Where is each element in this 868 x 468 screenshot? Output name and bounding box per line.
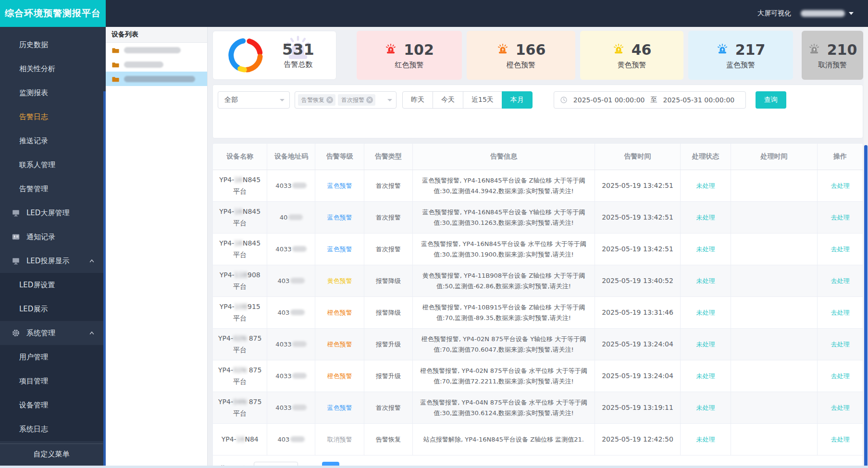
- handle-action-link[interactable]: 去处理: [831, 372, 849, 380]
- cell-handle-time: [731, 202, 818, 234]
- cell-action: 去处理: [817, 265, 863, 297]
- handle-action-link[interactable]: 去处理: [831, 277, 849, 284]
- sidebar-item-告警管理[interactable]: 告警管理: [0, 177, 106, 201]
- stat-value: 210: [827, 41, 857, 58]
- handle-action-link[interactable]: 去处理: [831, 404, 849, 411]
- sidebar-item-LED屏设置[interactable]: LED屏设置: [0, 273, 106, 297]
- sidebar-item-项目管理[interactable]: 项目管理: [0, 369, 106, 393]
- status-badge: 未处理: [696, 246, 715, 253]
- device-tree-node[interactable]: [106, 57, 207, 72]
- cell-alarm-message: 蓝色预警报警, YP4-16N845平台设备 水平位移 大于等于阈值:30,监测…: [413, 234, 595, 265]
- app-window: 综合环境预警测报平台 大屏可视化 历史数据相关性分析监测报表告警日志推送记录联系…: [0, 0, 868, 468]
- handle-action-link[interactable]: 去处理: [831, 246, 849, 253]
- stat-card-蓝色预警: 217 蓝色预警: [688, 31, 793, 80]
- alarm-table: 设备名称设备地址码告警等级告警类型告警信息告警时间处理状态处理时间操作 YP4-…: [213, 144, 863, 456]
- cell-alarm-message: 橙色预警报警, YP4-10B915平台设备 Z轴位移 大于等于阈值:70,监测…: [413, 297, 595, 329]
- table-row: YP4-16N84403取消预警告警恢复站点报警解除, YP4-16N845平台…: [213, 424, 863, 456]
- sidebar-item-推送记录[interactable]: 推送记录: [0, 129, 106, 153]
- siren-icon: [808, 43, 820, 56]
- cell-alarm-type: 首次报警: [364, 202, 412, 234]
- cell-device-name: YP4-16N845平台: [213, 234, 267, 265]
- tag-close-icon[interactable]: ×: [326, 97, 333, 103]
- cell-device-address: 403: [267, 265, 315, 297]
- alarm-level-link[interactable]: 蓝色预警: [327, 246, 352, 253]
- quick-range-今天[interactable]: 今天: [433, 91, 463, 109]
- cell-alarm-type: 报警升级: [364, 360, 412, 392]
- alarm-type-select[interactable]: 全部: [218, 91, 290, 109]
- quick-range-本月[interactable]: 本月: [502, 91, 533, 109]
- alarm-category-multiselect[interactable]: 告警恢复×首次报警×: [295, 91, 397, 109]
- big-screen-link[interactable]: 大屏可视化: [757, 9, 791, 18]
- alarm-level-link[interactable]: 橙色预警: [327, 341, 352, 348]
- sidebar-item-LED展示[interactable]: LED展示: [0, 297, 106, 321]
- alarm-level-link[interactable]: 橙色预警: [327, 309, 352, 316]
- sidebar-item-label: 告警管理: [19, 185, 48, 194]
- alarm-type-select-value: 全部: [224, 96, 238, 104]
- page-scrollbar-thumb[interactable]: [864, 145, 868, 468]
- query-button[interactable]: 查询: [756, 91, 786, 109]
- alarm-level-link[interactable]: 蓝色预警: [327, 182, 352, 189]
- device-tree-node[interactable]: [106, 43, 207, 57]
- sidebar-item-通知记录[interactable]: 通知记录: [0, 225, 106, 249]
- sidebar-item-告警日志[interactable]: 告警日志: [0, 105, 106, 129]
- cell-alarm-time: 2025-05-19 13:40:52: [595, 265, 680, 297]
- alarm-level-link[interactable]: 蓝色预警: [327, 404, 352, 411]
- sidebar-item-用户管理[interactable]: 用户管理: [0, 345, 106, 369]
- cell-alarm-type: 报警升级: [364, 329, 412, 360]
- cell-alarm-message: 黄色预警报警, YP4-11B908平台设备 Z轴位移 大于等于阈值:50,监测…: [413, 265, 595, 297]
- handle-action-link[interactable]: 去处理: [831, 436, 849, 443]
- cell-status: 未处理: [681, 392, 731, 424]
- filter-tag-告警恢复: 告警恢复×: [298, 94, 335, 106]
- sidebar-item-监测报表[interactable]: 监测报表: [0, 81, 106, 105]
- quick-range-昨天[interactable]: 昨天: [402, 91, 433, 109]
- status-badge: 未处理: [696, 404, 715, 411]
- cell-handle-time: [731, 297, 818, 329]
- sidebar-item-系统日志[interactable]: 系统日志: [0, 417, 106, 441]
- alarm-level-link[interactable]: 蓝色预警: [327, 214, 352, 221]
- quick-range-近15天[interactable]: 近15天: [463, 91, 502, 109]
- tag-close-icon[interactable]: ×: [366, 97, 373, 103]
- user-menu[interactable]: [801, 10, 854, 17]
- handle-action-link[interactable]: 去处理: [831, 309, 849, 316]
- sidebar-item-联系人管理[interactable]: 联系人管理: [0, 153, 106, 177]
- cell-alarm-message: 橙色预警报警, YP4-02N 875平台设备 水平位移 大于等于阈值:70,监…: [413, 360, 595, 392]
- cell-device-name: YP4-11B908平台: [213, 265, 267, 297]
- cell-alarm-time: 2025-05-19 13:24:04: [595, 360, 680, 392]
- alarm-level-link[interactable]: 黄色预警: [327, 277, 352, 284]
- sidebar-item-设备管理[interactable]: 设备管理: [0, 393, 106, 417]
- sidebar-item-LED大屏管理[interactable]: LED大屏管理: [0, 201, 106, 225]
- sidebar-item-系统管理[interactable]: 系统管理: [0, 321, 106, 345]
- date-range-input[interactable]: 2025-05-01 00:00:00 至 2025-05-31 00:00:0…: [554, 91, 746, 109]
- alarm-level-link[interactable]: 取消预警: [327, 436, 352, 443]
- alarm-level-link[interactable]: 橙色预警: [327, 372, 352, 380]
- column-header-操作: 操作: [817, 144, 863, 170]
- column-header-设备地址码: 设备地址码: [267, 144, 315, 170]
- handle-action-link[interactable]: 去处理: [831, 341, 849, 348]
- cell-device-address: 4033: [267, 360, 315, 392]
- cell-device-address: 403: [267, 297, 315, 329]
- status-badge: 未处理: [696, 182, 715, 189]
- cell-handle-time: [731, 360, 818, 392]
- cell-alarm-message: 站点报警解除, YP4-16N845平台设备 Z轴位移 监测值21.: [413, 424, 595, 456]
- cell-alarm-level: 蓝色预警: [315, 170, 364, 202]
- sidebar-item-label: 相关性分析: [19, 64, 55, 74]
- sidebar-item-label: 历史数据: [19, 40, 48, 49]
- sidebar-item-历史数据[interactable]: 历史数据: [0, 33, 106, 57]
- device-tree-node-selected[interactable]: [106, 72, 207, 86]
- device-name-redacted: [124, 47, 181, 53]
- sidebar-item-相关性分析[interactable]: 相关性分析: [0, 57, 106, 81]
- handle-action-link[interactable]: 去处理: [831, 214, 849, 221]
- cell-alarm-type: 首次报警: [364, 170, 412, 202]
- chevron-up-icon: [88, 330, 95, 336]
- stats-row: 531 告警总数 102 红色预警 166 橙色预警 46 黄色预警: [212, 31, 863, 80]
- sidebar-item-LED投屏显示[interactable]: LED投屏显示: [0, 249, 106, 273]
- page-scrollbar[interactable]: [864, 27, 868, 468]
- cell-device-name: YP4-16N845平台: [213, 202, 267, 234]
- sidebar-item-label: 告警日志: [19, 112, 48, 122]
- cell-device-address: 4033: [267, 170, 315, 202]
- sidebar-item-label: LED投屏显示: [26, 257, 69, 266]
- gear-icon: [12, 329, 20, 337]
- clock-icon: [560, 96, 568, 104]
- handle-action-link[interactable]: 去处理: [831, 182, 849, 189]
- custom-menu-button[interactable]: 自定义菜单: [0, 443, 103, 464]
